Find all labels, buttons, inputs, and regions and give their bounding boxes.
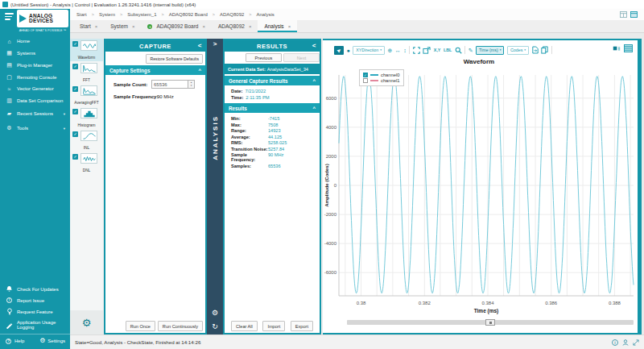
legend-checkbox-checked[interactable]: ✓ (363, 73, 368, 77)
check-for-updates-item[interactable]: Check For Updates (0, 283, 70, 295)
tab-system[interactable]: System × (104, 20, 141, 32)
collapse-left-icon[interactable]: < (198, 42, 202, 49)
rail-item-inl[interactable]: ✓ INL (70, 129, 103, 152)
report-issue-item[interactable]: ! Report Issue (0, 295, 70, 305)
breadcrumb-item[interactable]: System (99, 12, 115, 17)
expand-window-icon[interactable] (633, 339, 639, 346)
checkbox-checked[interactable]: ✓ (72, 154, 78, 160)
tab-start[interactable]: Start × (73, 20, 104, 32)
rail-item-histogram[interactable]: ✓ Histogram (70, 106, 103, 129)
sample-count-stepper[interactable]: ▴ ▾ (188, 80, 195, 89)
sidebar-item-remoting-console[interactable]: ▢ Remoting Console (0, 71, 70, 83)
close-icon[interactable]: × (132, 24, 135, 29)
collapse-up-icon[interactable]: ^ (312, 106, 316, 110)
run-continuously-button[interactable]: Run Continuously (158, 321, 203, 331)
import-button[interactable]: Import (262, 321, 285, 331)
y-axis-title: Amplitude (Codes) (324, 164, 329, 206)
scrollbar-handle[interactable] (485, 319, 495, 326)
data-grid-icon[interactable] (624, 44, 633, 52)
zoom-magnifier-icon[interactable] (455, 47, 462, 54)
sidebar-item-tools[interactable]: ⚙ Tools ▾ (0, 121, 70, 135)
footer-item-label: Check For Updates (17, 287, 59, 292)
xy-coordinates-toggle[interactable]: X,Y (434, 48, 441, 52)
fit-vertical-icon[interactable]: ↕ (403, 48, 407, 53)
results-section[interactable]: Results ^ (225, 103, 320, 113)
layout-grid-icon[interactable] (620, 11, 627, 18)
user-feedback-icon[interactable] (622, 339, 629, 346)
sidebar-item-plugin-manager[interactable]: ▤ Plug-in Manager (0, 59, 70, 71)
close-icon[interactable]: × (202, 24, 205, 29)
sidebar-item-vector-generator[interactable]: ≈ Vector Generator (0, 83, 70, 94)
clear-all-button[interactable]: Clear All (231, 321, 258, 331)
info-icon[interactable]: i (612, 339, 618, 346)
spin-down-icon[interactable]: ▾ (191, 85, 192, 88)
labels-toggle[interactable]: LBL (444, 48, 452, 52)
next-button[interactable]: Next (283, 53, 320, 62)
fullscreen-icon[interactable] (413, 47, 420, 54)
y-unit-dropdown[interactable]: Codes ▾ (507, 46, 529, 55)
sidebar-item-systems[interactable]: ▦ Systems (0, 47, 70, 59)
pan-tool-icon[interactable]: ● (347, 48, 350, 53)
close-icon[interactable]: × (249, 24, 252, 29)
rail-item-dnl[interactable]: ✓ DNL (70, 152, 103, 174)
chevron-down-icon: ▾ (64, 112, 65, 116)
refresh-icon[interactable]: ↻ (207, 322, 223, 330)
x-unit-dropdown[interactable]: Time (ms) ▾ (476, 46, 504, 55)
restore-defaults-button[interactable]: Restore Software Defaults (146, 54, 203, 64)
previous-button[interactable]: Previous (246, 53, 282, 62)
sidebar-item-data-set-comparison[interactable]: ▥ Data Set Comparison (0, 94, 70, 106)
tab-adaq8092-board[interactable]: + ADAQ8092 Board × (141, 20, 212, 32)
checkbox-checked[interactable]: ✓ (72, 86, 78, 92)
collapse-left-icon[interactable]: < (312, 42, 316, 49)
copy-icon[interactable] (541, 46, 548, 54)
breadcrumb-item[interactable]: Start (76, 12, 87, 17)
hamburger-menu-icon[interactable] (5, 13, 14, 22)
close-icon[interactable]: × (95, 24, 98, 29)
legend-checkbox-unchecked[interactable] (363, 78, 368, 83)
export-button[interactable]: Export (291, 321, 313, 331)
settings-button[interactable]: ⚙ Settings (39, 338, 65, 344)
breadcrumb-item[interactable]: ADAQ8092 Board (169, 12, 208, 17)
settings-label: Settings (47, 339, 65, 343)
pin-layout-icon[interactable] (630, 11, 638, 18)
checkbox-checked[interactable]: ✓ (72, 109, 78, 114)
general-capture-results-section[interactable]: General Capture Results ^ (225, 76, 320, 85)
collapse-up-icon[interactable]: ^ (312, 78, 316, 83)
checkbox-checked[interactable]: ✓ (72, 131, 78, 137)
breadcrumb-item[interactable]: Analysis (257, 12, 275, 17)
application-usage-logging-item[interactable]: Application Usage Logging (0, 318, 70, 332)
result-row: Range:14923 (231, 128, 317, 133)
tab-adaq8092[interactable]: ADAQ8092 × (212, 20, 258, 32)
request-feature-item[interactable]: Request Feature (0, 305, 70, 318)
breadcrumb-item[interactable]: ADAQ8092 (220, 12, 244, 17)
sidebar-item-recent-sessions[interactable]: ▰ Recent Sessions ▾ (0, 106, 70, 121)
expand-right-icon[interactable]: > (207, 40, 223, 48)
tool-settings-gear-icon[interactable]: ⚙ (70, 310, 103, 334)
y-tick-label: -6000 (324, 270, 337, 275)
export-file-icon[interactable] (532, 46, 539, 54)
sidebar-item-home[interactable]: ⌂ Home (0, 35, 70, 47)
snapshot-icon[interactable] (423, 47, 431, 54)
breadcrumb-item[interactable]: Subsystem_1 (127, 12, 156, 17)
rail-item-fft[interactable]: ✓ FFT (70, 61, 103, 84)
close-icon[interactable]: × (288, 24, 291, 29)
legend-toggle-icon[interactable] (613, 45, 621, 52)
sample-count-input[interactable] (151, 80, 188, 89)
xy-direction-dropdown[interactable]: XYDirection ▾ (353, 46, 385, 55)
tab-label: ADAQ8092 (218, 23, 245, 29)
fit-all-icon[interactable]: ⊕ (387, 48, 392, 53)
capture-settings-section[interactable]: Capture Settings ^ (105, 65, 205, 75)
rail-item-averagingfft[interactable]: ✓ AveragingFFT (70, 84, 103, 106)
help-label[interactable]: Help (14, 339, 24, 343)
run-once-button[interactable]: Run Once (126, 321, 155, 331)
rail-item-waveform[interactable]: ✓ Waveform (70, 39, 103, 61)
tab-analysis[interactable]: Analysis × (258, 20, 297, 32)
collapse-up-icon[interactable]: ^ (198, 68, 201, 73)
fit-horizontal-icon[interactable]: ↔ (395, 48, 401, 53)
checkbox-checked[interactable]: ✓ (72, 41, 78, 47)
cursor-tool-button[interactable]: ▶ (334, 46, 344, 55)
horizontal-scrollbar[interactable] (347, 320, 634, 325)
annotate-pen-icon[interactable]: ✎ (469, 48, 473, 53)
wrench-icon[interactable]: ⚙ (207, 309, 223, 317)
checkbox-checked[interactable]: ✓ (72, 64, 78, 69)
